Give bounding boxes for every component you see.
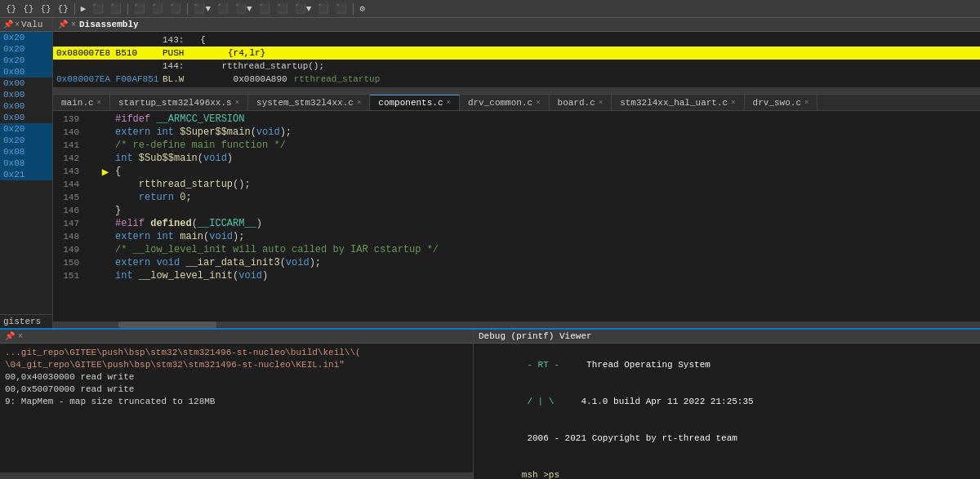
- tab-board[interactable]: board.c ×: [550, 95, 612, 110]
- register-row-1[interactable]: 0x20: [0, 32, 52, 43]
- toolbar-sep-2: [127, 3, 128, 15]
- toolbar-btn-11[interactable]: ⬛: [215, 2, 231, 15]
- toolbar-btn-5[interactable]: ⬛: [90, 2, 106, 15]
- sidebar-pin[interactable]: 📌: [3, 20, 13, 29]
- code-line-142: 142 int $Sub$$main(void): [53, 152, 980, 165]
- sidebar-register-list: 0x20 0x20 0x20 0x00 0x00 0x00 0x00 0x00 …: [0, 32, 52, 314]
- code-text-148: extern int main(void);: [112, 231, 244, 242]
- register-row-8[interactable]: 0x00: [0, 112, 52, 123]
- tab-startup[interactable]: startup_stm32l496xx.s ×: [110, 95, 248, 110]
- toolbar-btn-12[interactable]: ⬛▼: [233, 2, 255, 15]
- code-text-149: /* __low_level_init will auto called by …: [112, 244, 439, 255]
- console-row-5: 9: MapMem - map size truncated to 128MB: [5, 396, 468, 408]
- toolbar-btn-3[interactable]: {}: [38, 3, 53, 15]
- register-row-10[interactable]: 0x20: [0, 135, 52, 146]
- code-text-150: extern void __iar_data_init3(void);: [112, 257, 321, 268]
- toolbar-sep-1: [74, 3, 75, 15]
- toolbar-btn-1[interactable]: {}: [3, 3, 19, 15]
- code-text-141: /* re-define main function */: [112, 140, 286, 151]
- tab-drv-swo[interactable]: drv_swo.c ×: [745, 95, 818, 110]
- disassembly-panel: 📌 × Disassembly 143: { 0x080007E8 B510 P…: [53, 18, 980, 95]
- tab-close-system[interactable]: ×: [357, 99, 361, 107]
- register-row-5[interactable]: 0x00: [0, 78, 52, 89]
- tab-hal-uart[interactable]: stm32l4xx_hal_uart.c ×: [612, 95, 744, 110]
- sidebar-header: 📌 × Valu: [0, 18, 52, 32]
- register-row-3[interactable]: 0x20: [0, 55, 52, 66]
- disasm-addr-1: 143: {: [56, 35, 206, 45]
- line-num-149: 149: [53, 245, 86, 255]
- register-row-7[interactable]: 0x00: [0, 100, 52, 112]
- sidebar-title: Valu: [21, 20, 42, 29]
- register-row-11[interactable]: 0x08: [0, 146, 52, 157]
- console-scrollbar[interactable]: [0, 472, 473, 479]
- console-close[interactable]: ×: [18, 332, 23, 341]
- toolbar-btn-9[interactable]: ⬛: [167, 2, 184, 15]
- code-content: 139 #ifdef __ARMCC_VERSION 140 extern in…: [53, 111, 980, 322]
- disasm-row-3: 144: rtthread_startup();: [53, 60, 980, 73]
- code-line-141: 141 /* re-define main function */: [53, 139, 980, 152]
- toolbar-btn-16[interactable]: ⬛: [315, 2, 332, 15]
- toolbar-btn-15[interactable]: ⬛▼: [292, 2, 314, 15]
- tab-system[interactable]: system_stm32l4xx.c ×: [248, 95, 370, 110]
- code-line-147: 147 #elif defined(__ICCARM__): [53, 217, 980, 230]
- left-sidebar: 📌 × Valu 0x20 0x20 0x20 0x00 0x00 0x00 0…: [0, 18, 53, 328]
- printf-row-4: msh >ps: [479, 457, 975, 479]
- code-line-145: 145 return 0;: [53, 191, 980, 204]
- line-num-143: 143: [53, 166, 86, 176]
- disasm-row-4: 0x080007EA F00AF851 BL.W 0x0800A890 rtth…: [53, 73, 980, 86]
- tab-close-components[interactable]: ×: [447, 99, 451, 107]
- tab-close-startup[interactable]: ×: [235, 99, 239, 107]
- toolbar: {} {} {} {} ▶ ⬛ ⬛ ⬛ ⬛ ⬛ ⬛▼ ⬛ ⬛▼ ⬛ ⬛ ⬛▼ ⬛…: [0, 0, 980, 18]
- disassembly-close[interactable]: ×: [71, 20, 76, 29]
- code-text-140: extern int $Super$$main(void);: [112, 126, 292, 138]
- printf-title: Debug (printf) Viewer: [479, 331, 592, 341]
- toolbar-btn-8[interactable]: ⬛: [149, 2, 166, 15]
- code-text-151: int __low_level_init(void): [112, 270, 268, 282]
- toolbar-btn-7[interactable]: ⬛: [131, 2, 148, 15]
- toolbar-btn-6[interactable]: ⬛: [108, 2, 124, 15]
- printf-titlebar: Debug (printf) Viewer: [474, 330, 980, 344]
- toolbar-btn-13[interactable]: ⬛: [256, 2, 273, 15]
- printf-row-2: / | \ 4.1.0 build Apr 11 2022 21:25:35: [479, 384, 975, 420]
- tab-close-main-c[interactable]: ×: [97, 99, 101, 107]
- disasm-row-1: 143: {: [53, 33, 980, 47]
- disasm-scrollbar[interactable]: [53, 87, 980, 94]
- console-pin[interactable]: 📌: [5, 331, 15, 341]
- disassembly-pin[interactable]: 📌: [58, 20, 68, 29]
- toolbar-sep-3: [187, 3, 188, 15]
- register-row-2[interactable]: 0x20: [0, 43, 52, 55]
- tab-main-c[interactable]: main.c ×: [53, 95, 110, 110]
- tab-components[interactable]: components.c ×: [370, 95, 460, 110]
- toolbar-btn-17[interactable]: ⬛: [333, 2, 350, 15]
- code-line-139: 139 #ifdef __ARMCC_VERSION: [53, 113, 980, 126]
- code-editor: 139 #ifdef __ARMCC_VERSION 140 extern in…: [53, 111, 980, 328]
- toolbar-btn-2[interactable]: {}: [20, 3, 36, 15]
- register-row-12[interactable]: 0x08: [0, 157, 52, 169]
- toolbar-btn-14[interactable]: ⬛: [274, 2, 291, 15]
- sidebar-footer[interactable]: gisters: [0, 314, 52, 328]
- toolbar-btn-settings[interactable]: ⚙: [357, 2, 368, 15]
- register-row-4[interactable]: 0x00: [0, 66, 52, 78]
- arrow-143: ▶: [99, 165, 112, 179]
- register-row-9[interactable]: 0x20: [0, 123, 52, 135]
- register-row-6[interactable]: 0x00: [0, 89, 52, 100]
- code-text-146: }: [112, 205, 121, 216]
- tab-close-drv-common[interactable]: ×: [536, 99, 540, 107]
- tab-close-drv-swo[interactable]: ×: [804, 99, 808, 107]
- console-titlebar: 📌 ×: [0, 330, 473, 344]
- tab-close-board[interactable]: ×: [599, 99, 603, 107]
- tab-label-drv-swo: drv_swo.c: [753, 98, 801, 108]
- code-scrollbar[interactable]: [53, 322, 980, 328]
- tab-close-hal-uart[interactable]: ×: [731, 99, 735, 107]
- sidebar-close-btn[interactable]: ×: [15, 20, 20, 29]
- tab-drv-common[interactable]: drv_common.c ×: [460, 95, 550, 110]
- disasm-mnem-2: PUSH: [163, 48, 228, 58]
- register-row-13[interactable]: 0x21: [0, 169, 52, 180]
- bottom-layout: 📌 × ...git_repo\GITEE\push\bsp\stm32\stm…: [0, 328, 980, 479]
- toolbar-btn-4[interactable]: {}: [56, 3, 71, 15]
- debug-console: 📌 × ...git_repo\GITEE\push\bsp\stm32\stm…: [0, 330, 474, 479]
- toolbar-btn-run[interactable]: ▶: [78, 2, 89, 15]
- line-num-139: 139: [53, 114, 86, 124]
- toolbar-btn-10[interactable]: ⬛▼: [191, 2, 213, 15]
- disassembly-content: 143: { 0x080007E8 B510 PUSH {r4,lr} 144:…: [53, 32, 980, 87]
